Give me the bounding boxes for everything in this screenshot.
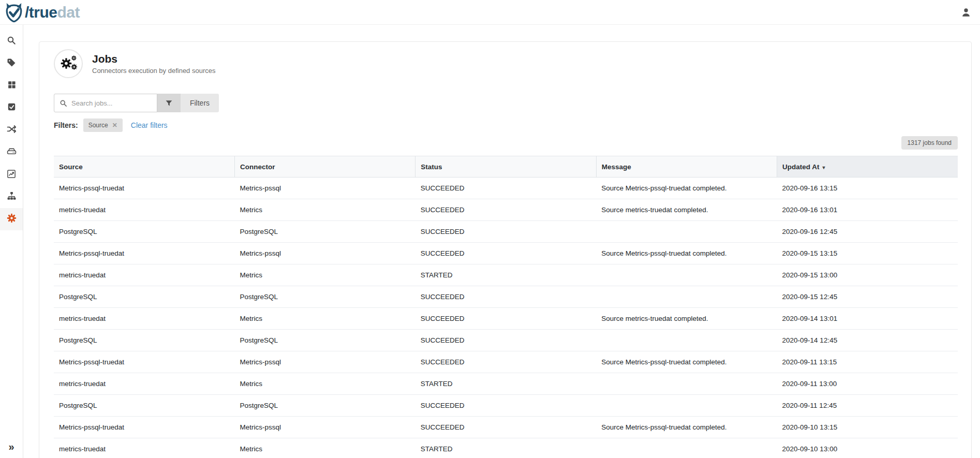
table-body: Metrics-pssql-truedat Metrics-pssql SUCC… [54,178,958,458]
cell-updated-at: 2020-09-11 13:00 [777,373,958,395]
filter-chip-source: Source ✕ [83,119,123,132]
truedat-logo[interactable]: /truedat [4,3,80,22]
filters-button[interactable]: Filters [181,94,219,112]
logo-wordmark: /truedat [25,5,80,20]
cell-source: metrics-truedat [54,373,234,395]
column-header-status[interactable]: Status [415,156,596,178]
cell-connector: Metrics-pssql [234,417,415,438]
applied-filters-row: Filters: Source ✕ Clear filters [54,119,958,132]
cell-source: PostgreSQL [54,330,234,351]
cell-updated-at: 2020-09-15 13:15 [777,243,958,264]
search-input[interactable] [71,99,149,107]
table-row[interactable]: Metrics-pssql-truedat Metrics-pssql SUCC… [54,417,958,438]
check-square-icon [7,102,16,113]
cell-status: SUCCEEDED [415,395,596,417]
cell-updated-at: 2020-09-16 13:01 [777,199,958,221]
cell-updated-at: 2020-09-10 13:00 [777,438,958,458]
sidebar-item-search[interactable] [0,30,23,52]
cell-source: metrics-truedat [54,438,234,458]
filter-funnel-button[interactable] [157,94,181,112]
column-header-message[interactable]: Message [596,156,777,178]
search-icon [60,99,67,107]
cell-status: STARTED [415,373,596,395]
main-content: Jobs Connectors execution by defined sou… [23,25,980,458]
cell-source: metrics-truedat [54,199,234,221]
cell-status: SUCCEEDED [415,308,596,330]
cell-connector: PostgreSQL [234,286,415,308]
column-header-connector[interactable]: Connector [234,156,415,178]
page-title: Jobs [92,53,215,65]
cell-message [596,373,777,395]
cell-message: Source Metrics-pssql-truedat completed. [596,178,777,199]
table-row[interactable]: metrics-truedat Metrics STARTED 2020-09-… [54,438,958,458]
sidebar-item-check[interactable] [0,97,23,119]
cell-connector: Metrics-pssql [234,178,415,199]
top-navbar: /truedat [0,0,980,25]
clear-filters-link[interactable]: Clear filters [131,121,168,129]
table-row[interactable]: PostgreSQL PostgreSQL SUCCEEDED 2020-09-… [54,395,958,417]
shuffle-icon [7,124,17,136]
search-box [54,94,157,112]
table-row[interactable]: Metrics-pssql-truedat Metrics-pssql SUCC… [54,351,958,373]
sidebar-collapse-button[interactable]: » [0,435,23,458]
sidebar-item-grid[interactable] [0,75,23,97]
table-row[interactable]: PostgreSQL PostgreSQL SUCCEEDED 2020-09-… [54,286,958,308]
cell-status: SUCCEEDED [415,351,596,373]
cell-message [596,221,777,243]
cell-updated-at: 2020-09-14 12:45 [777,330,958,351]
double-chevron-icon: » [8,441,14,453]
cell-connector: Metrics [234,264,415,286]
sidebar-item-analytics[interactable] [0,164,23,186]
search-icon [7,36,16,47]
cell-source: Metrics-pssql-truedat [54,417,234,438]
cell-message: Source Metrics-pssql-truedat completed. [596,243,777,264]
sidebar-item-admin[interactable] [0,208,23,230]
cell-message: Source Metrics-pssql-truedat completed. [596,351,777,373]
cell-message [596,330,777,351]
cell-connector: Metrics [234,308,415,330]
grid-icon [7,80,16,91]
sidebar-item-tags[interactable] [0,52,23,75]
table-row[interactable]: metrics-truedat Metrics STARTED 2020-09-… [54,373,958,395]
table-row[interactable]: metrics-truedat Metrics SUCCEEDED Source… [54,308,958,330]
cell-message: Source metrics-truedat completed. [596,308,777,330]
cell-status: SUCCEEDED [415,243,596,264]
cell-message: Source metrics-truedat completed. [596,199,777,221]
cell-connector: Metrics [234,199,415,221]
cell-connector: PostgreSQL [234,395,415,417]
gears-icon [54,49,83,78]
cell-status: SUCCEEDED [415,286,596,308]
cell-message [596,395,777,417]
filters-label: Filters: [54,121,78,129]
tag-icon [7,58,16,69]
sidebar-item-sources[interactable] [0,141,23,164]
cell-status: STARTED [415,438,596,458]
jobs-card: Jobs Connectors execution by defined sou… [39,41,972,458]
table-row[interactable]: PostgreSQL PostgreSQL SUCCEEDED 2020-09-… [54,330,958,351]
cell-connector: Metrics-pssql [234,351,415,373]
cell-message [596,264,777,286]
cell-status: SUCCEEDED [415,221,596,243]
table-row[interactable]: metrics-truedat Metrics STARTED 2020-09-… [54,264,958,286]
chip-remove-icon[interactable]: ✕ [112,122,117,129]
owl-icon [4,3,24,22]
column-header-source[interactable]: Source [54,156,234,178]
sidebar-item-structures[interactable] [0,186,23,208]
table-row[interactable]: metrics-truedat Metrics SUCCEEDED Source… [54,199,958,221]
cell-connector: Metrics [234,438,415,458]
cell-source: metrics-truedat [54,308,234,330]
user-icon[interactable] [960,7,972,18]
table-row[interactable]: PostgreSQL PostgreSQL SUCCEEDED 2020-09-… [54,221,958,243]
table-header-row: Source Connector Status Message Updated … [54,156,958,178]
cell-status: SUCCEEDED [415,199,596,221]
chart-line-icon [7,169,16,181]
column-header-updated-at[interactable]: Updated At▾ [777,156,958,178]
table-row[interactable]: Metrics-pssql-truedat Metrics-pssql SUCC… [54,243,958,264]
chip-label: Source [88,122,108,129]
table-row[interactable]: Metrics-pssql-truedat Metrics-pssql SUCC… [54,178,958,199]
cell-status: SUCCEEDED [415,417,596,438]
cell-updated-at: 2020-09-11 13:15 [777,351,958,373]
cell-source: PostgreSQL [54,221,234,243]
sidebar-item-shuffle[interactable] [0,119,23,141]
cell-message [596,438,777,458]
